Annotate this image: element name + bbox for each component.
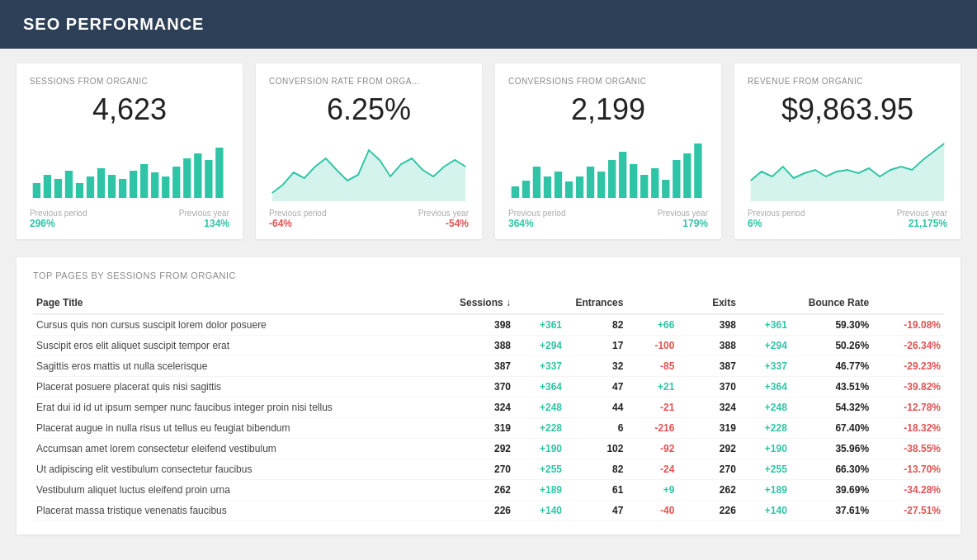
cell-entrances: 102 (565, 439, 626, 459)
cell-title: Vestibulum aliquet luctus eleifend proin… (33, 480, 442, 501)
cell-exits: 262 (677, 480, 739, 501)
cell-sessions-delta: +190 (514, 439, 565, 459)
kpi-chart-conversion-rate (269, 135, 469, 201)
prev-year-label-cr: Previous year (418, 209, 469, 218)
svg-rect-1 (44, 175, 51, 198)
prev-period-label: Previous period (30, 209, 87, 218)
cell-bounce-rate: 50.26% (791, 336, 872, 356)
svg-rect-20 (522, 181, 530, 198)
cell-entrances-delta: -92 (626, 439, 677, 459)
svg-rect-16 (205, 160, 212, 198)
cell-sessions-delta: +189 (514, 480, 565, 501)
col-exits-delta (739, 292, 791, 314)
prev-period-pct-rev: 6% (748, 218, 762, 229)
table-row: Cursus quis non cursus suscipit lorem do… (33, 314, 944, 336)
cell-exits-delta: +294 (739, 336, 791, 356)
col-sessions[interactable]: Sessions ↓ (442, 292, 514, 314)
cell-exits-delta: +364 (739, 377, 791, 398)
cell-entrances-delta: +21 (626, 377, 677, 398)
cell-bounce-rate-delta: -26.34% (872, 336, 944, 356)
page-title: SEO PERFORMANCE (23, 15, 204, 33)
svg-rect-19 (512, 186, 519, 198)
col-bounce-rate: Bounce Rate (791, 292, 872, 314)
cell-exits: 226 (677, 501, 739, 521)
cell-entrances-delta: -40 (626, 501, 677, 521)
svg-rect-22 (544, 176, 551, 198)
svg-rect-36 (694, 144, 701, 198)
svg-rect-21 (533, 167, 540, 198)
kpi-footer-prev-period-cr: Previous period -64% (269, 209, 326, 229)
cell-sessions-delta: +140 (514, 501, 565, 521)
cell-title: Suscipit eros elit aliquet suscipit temp… (33, 336, 442, 356)
svg-rect-35 (683, 153, 691, 198)
kpi-label-sessions: SESSIONS FROM ORGANIC (30, 77, 229, 86)
cell-sessions-delta: +337 (514, 356, 565, 377)
kpi-footer-revenue: Previous period 6% Previous year 21,175% (748, 209, 947, 229)
cell-sessions: 388 (442, 336, 514, 356)
prev-year-label: Previous year (179, 209, 229, 218)
cell-exits: 398 (677, 314, 739, 336)
kpi-footer-conversion-rate: Previous period -64% Previous year -54% (269, 209, 469, 229)
table-section: TOP PAGES BY SESSIONS FROM ORGANIC Page … (17, 257, 960, 534)
cell-exits: 370 (677, 377, 739, 398)
prev-year-pct-conv: 179% (682, 218, 708, 229)
table-row: Vestibulum aliquet luctus eleifend proin… (33, 480, 944, 501)
cell-entrances: 44 (565, 398, 626, 418)
cell-entrances-delta: -100 (626, 336, 677, 356)
kpi-footer-prev-year-rev: Previous year 21,175% (897, 209, 947, 229)
col-entrances-delta (626, 292, 677, 314)
table-row: Suscipit eros elit aliquet suscipit temp… (33, 336, 944, 356)
kpi-card-sessions: SESSIONS FROM ORGANIC 4,623 (17, 64, 243, 239)
table-row: Placerat posuere placerat quis nisi sagi… (33, 377, 944, 398)
kpi-footer-prev-year: Previous year 134% (179, 209, 229, 229)
prev-period-label-rev: Previous period (748, 209, 805, 218)
table-row: Placerat massa tristique venenatis fauci… (33, 501, 944, 521)
cell-bounce-rate-delta: -27.51% (872, 501, 944, 521)
kpi-footer-prev-period-conv: Previous period 364% (508, 209, 565, 229)
svg-rect-29 (619, 152, 626, 198)
table-row: Erat dui id id ut ipsum semper nunc fauc… (33, 398, 944, 418)
cell-exits-delta: +189 (739, 480, 791, 501)
cell-bounce-rate-delta: -13.70% (872, 459, 944, 480)
prev-period-pct-cr: -64% (269, 218, 292, 229)
cell-exits-delta: +248 (739, 398, 791, 418)
kpi-chart-revenue (748, 135, 947, 201)
table-title: TOP PAGES BY SESSIONS FROM ORGANIC (33, 271, 944, 280)
cell-sessions-delta: +228 (514, 418, 565, 439)
cell-entrances-delta: -85 (626, 356, 677, 377)
table-row: Ut adipiscing elit vestibulum consectetu… (33, 459, 944, 480)
kpi-value-conversions: 2,199 (508, 92, 708, 127)
kpi-footer-prev-year-cr: Previous year -54% (418, 209, 469, 229)
svg-rect-24 (565, 181, 573, 198)
cell-exits-delta: +255 (739, 459, 791, 480)
prev-year-pct-cr: -54% (446, 218, 469, 229)
cell-exits: 270 (677, 459, 739, 480)
svg-rect-11 (151, 172, 158, 198)
cell-entrances-delta: -21 (626, 398, 677, 418)
cell-entrances-delta: -24 (626, 459, 677, 480)
cell-entrances: 47 (565, 377, 626, 398)
col-page-title: Page Title (33, 292, 442, 314)
cell-exits-delta: +190 (739, 439, 791, 459)
kpi-value-conversion-rate: 6.25% (269, 92, 469, 127)
cell-bounce-rate-delta: -12.78% (872, 398, 944, 418)
cell-sessions: 262 (442, 480, 514, 501)
cell-bounce-rate-delta: -34.28% (872, 480, 944, 501)
cell-title: Cursus quis non cursus suscipit lorem do… (33, 314, 442, 336)
cell-bounce-rate: 46.77% (791, 356, 872, 377)
cell-exits-delta: +361 (739, 314, 791, 336)
svg-rect-30 (630, 164, 637, 198)
svg-rect-12 (162, 176, 169, 198)
svg-rect-4 (76, 183, 83, 198)
cell-title: Ut adipiscing elit vestibulum consectetu… (33, 459, 442, 480)
cell-sessions: 319 (442, 418, 514, 439)
cell-sessions: 292 (442, 439, 514, 459)
cell-entrances-delta: -216 (626, 418, 677, 439)
cell-entrances-delta: +9 (626, 480, 677, 501)
kpi-footer-prev-period: Previous period 296% (30, 209, 87, 229)
cell-exits: 387 (677, 356, 739, 377)
prev-year-label-conv: Previous year (658, 209, 708, 218)
prev-period-pct: 296% (30, 218, 55, 229)
kpi-label-conversions: CONVERSIONS FROM ORGANIC (508, 77, 708, 86)
cell-sessions-delta: +294 (514, 336, 565, 356)
